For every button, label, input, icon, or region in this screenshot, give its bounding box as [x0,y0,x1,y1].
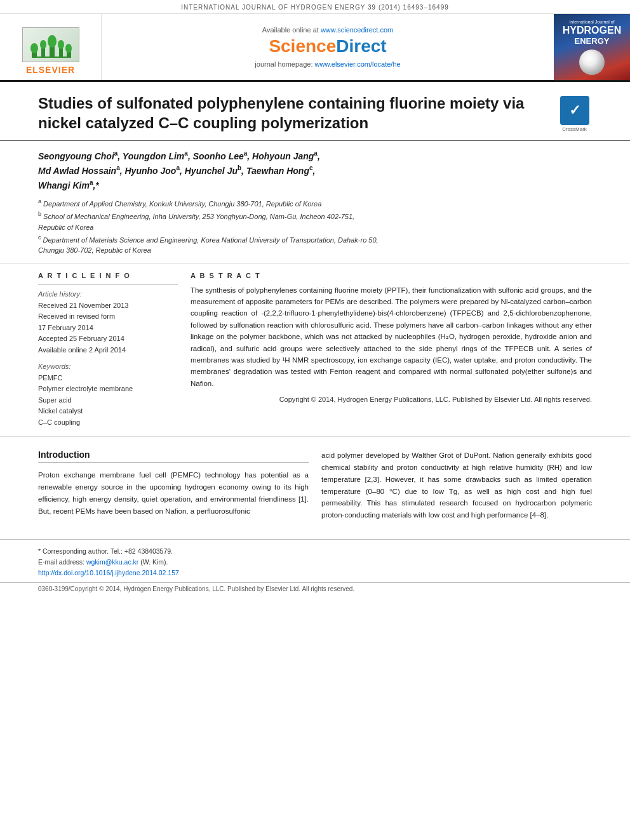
affiliation-a: a Department of Applied Chemistry, Konku… [38,197,592,209]
article-info-divider [38,284,178,285]
authors-line-1: Seongyoung Choia, Youngdon Lima, Soonho … [38,151,320,161]
intro-left-para-1: Proton exchange membrane fuel cell (PEMF… [38,469,309,517]
doi-link[interactable]: http://dx.doi.org/10.1016/j.ijhydene.201… [38,569,179,577]
paper-title-section: Studies of sulfonated polyphenylene cont… [0,82,630,141]
paper-title: Studies of sulfonated polyphenylene cont… [38,93,551,133]
cover-circle-graphic [579,50,605,75]
cover-intl-text: International Journal of [569,19,614,25]
header-center: Available online at www.sciencedirect.co… [102,14,554,80]
introduction-heading: Introduction [38,450,309,463]
keyword-nickel-catalyst: Nickel catalyst [38,406,178,417]
authors-line: Seongyoung Choia, Youngdon Lima, Soonho … [38,149,592,192]
bottom-bar: 0360-3199/Copyright © 2014, Hydrogen Ene… [0,582,630,595]
affiliation-c: c Department of Materials Science and En… [38,234,592,256]
article-info-panel: A R T I C L E I N F O Article history: R… [38,272,178,429]
article-history-title: Article history: [38,290,178,298]
history-received: Received 21 November 2013 [38,300,178,312]
svg-point-3 [40,40,46,49]
email-link[interactable]: wgkim@kku.ac.kr [86,558,138,566]
keyword-cc-coupling: C–C coupling [38,417,178,429]
keyword-super-acid: Super acid [38,395,178,406]
authors-line-3: Whangi Kima,* [38,180,99,190]
footnote-section: * Corresponding author. Tel.: +82 438403… [0,539,630,582]
sciencedirect-url[interactable]: www.sciencedirect.com [321,26,393,34]
authors-line-2: Md Awlad Hossaina, Hyunho Jooa, Hyunchel… [38,166,315,176]
affiliation-b: b School of Mechanical Engineering, Inha… [38,210,592,232]
abstract-copyright: Copyright © 2014, Hydrogen Energy Public… [191,394,592,406]
main-content: Introduction Proton exchange membrane fu… [0,437,630,540]
journal-banner: INTERNATIONAL JOURNAL OF HYDROGEN ENERGY… [0,0,630,14]
elsevier-wordmark: ELSEVIER [26,65,75,75]
article-info-abstract-section: A R T I C L E I N F O Article history: R… [0,264,630,437]
banner-text: INTERNATIONAL JOURNAL OF HYDROGEN ENERGY… [181,4,449,11]
history-revised-label: Received in revised form [38,311,178,323]
introduction-left-col: Introduction Proton exchange membrane fu… [38,450,309,527]
history-available: Available online 2 April 2014 [38,345,178,356]
abstract-title: A B S T R A C T [191,272,592,279]
elsevier-logo-section: ELSEVIER [0,14,102,80]
abstract-panel: A B S T R A C T The synthesis of polyphe… [191,272,592,429]
abstract-text: The synthesis of polyphenylenes containi… [191,284,592,390]
authors-section: Seongyoung Choia, Youngdon Lima, Soonho … [0,141,630,264]
crossmark-label: CrossMark [562,126,587,132]
article-info-title: A R T I C L E I N F O [38,272,178,279]
intro-right-para-1: acid polymer developed by Walther Grot o… [321,450,592,522]
bottom-bar-text: 0360-3199/Copyright © 2014, Hydrogen Ene… [38,585,354,592]
sciencedirect-logo: ScienceDirect [269,36,386,57]
svg-point-1 [30,43,38,53]
keywords-title: Keywords: [38,363,178,370]
available-online-text: Available online at www.sciencedirect.co… [262,26,393,34]
journal-cover-image: International Journal of HYDROGEN ENERGY [554,14,630,80]
keyword-pemfc: PEMFC [38,373,178,384]
svg-point-9 [65,44,72,53]
crossmark-icon: ✓ [560,96,589,125]
keyword-pem: Polymer electrolyte membrane [38,383,178,395]
introduction-right-col: acid polymer developed by Walther Grot o… [321,450,592,527]
paper-title-container: Studies of sulfonated polyphenylene cont… [38,93,551,133]
crossmark-badge-section: ✓ CrossMark [557,93,592,132]
header-row: ELSEVIER Available online at www.science… [0,14,630,82]
cover-energy-text: ENERGY [575,36,610,46]
affiliations: a Department of Applied Chemistry, Konku… [38,197,592,255]
svg-point-5 [48,35,57,48]
cover-hydrogen-text: HYDROGEN [563,25,621,36]
footnote-email: E-mail address: wgkim@kku.ac.kr (W. Kim)… [38,557,592,568]
journal-homepage-link[interactable]: www.elsevier.com/locate/he [315,60,401,68]
elsevier-tree-logo [22,27,79,62]
footnote-doi: http://dx.doi.org/10.1016/j.ijhydene.201… [38,568,592,578]
history-revised-date: 17 February 2014 [38,323,178,334]
journal-homepage: journal homepage: www.elsevier.com/locat… [255,60,400,68]
svg-point-7 [58,40,64,49]
history-accepted: Accepted 25 February 2014 [38,333,178,345]
footnote-corresponding: * Corresponding author. Tel.: +82 438403… [38,546,592,557]
